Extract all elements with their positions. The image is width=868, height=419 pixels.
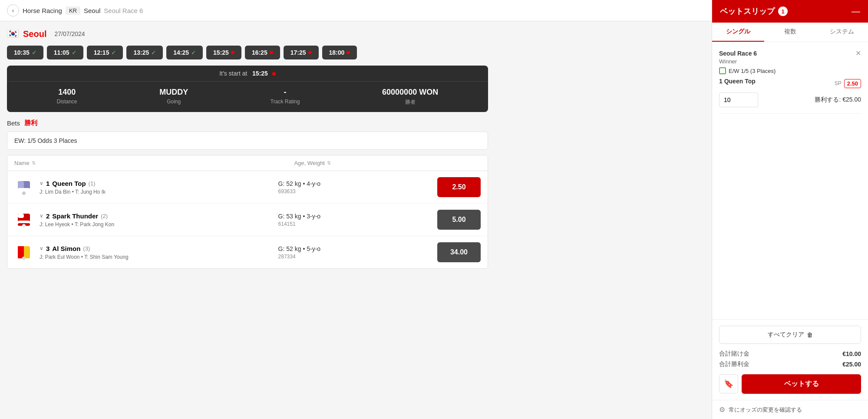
odds-confirm: ⚙ 常にオッズの変更を確認する	[712, 400, 868, 419]
race-time-1215[interactable]: 12:15 ✓	[87, 46, 123, 59]
expand-icon-1[interactable]: ∨	[40, 180, 43, 186]
betslip: ベットスリップ 1 — シングル 複数 システム Seoul Race 6 ✕ …	[712, 0, 868, 419]
silk-spark-thunder	[14, 210, 33, 229]
silk-queen-top	[14, 178, 33, 197]
betslip-actions: すべてクリア 🗑 合計賭け金 €10.00 合計勝利金 €25.00 🔖 ベット…	[712, 319, 868, 400]
trash-icon: 🗑	[807, 331, 813, 338]
stat-track-rating: - Track Rating	[271, 88, 300, 106]
race-time-1325[interactable]: 13:25 ✓	[126, 46, 163, 59]
total-win-label: 合計勝利金	[719, 360, 749, 368]
race-times: 10:35 ✓ 11:05 ✓ 12:15 ✓ 13:25 ✓ 14:25 ✓ …	[7, 46, 488, 59]
betslip-header: ベットスリップ 1 —	[712, 0, 868, 23]
runner-name-2: Spark Thunder	[52, 212, 98, 220]
bet-type: Winner	[719, 58, 861, 65]
total-stake-label: 合計賭け金	[719, 350, 749, 358]
table-row: ∨ 3 Al Simon (3) J: Park Eul Woon • T: S…	[7, 236, 488, 268]
runner-number-3: 3	[46, 245, 50, 252]
betslip-close-button[interactable]: —	[851, 7, 860, 16]
silk-al-simon	[14, 243, 33, 262]
place-bet-button[interactable]: ベットする	[742, 374, 861, 394]
stat-distance: 1400 Distance	[57, 88, 77, 106]
betslip-tabs: シングル 複数 システム	[712, 23, 868, 42]
expand-icon-2[interactable]: ∨	[40, 213, 43, 219]
venue-date: 27/07/2024	[54, 30, 85, 37]
race-banner: It's start at 15:25 1400 Distance MUDDY …	[7, 66, 488, 112]
bet-sp-value: 2.50	[844, 79, 861, 88]
ew-checkbox[interactable]	[719, 67, 726, 74]
age-sort-icon[interactable]: ⇅	[327, 160, 331, 166]
bet-sp-label: SP	[835, 80, 842, 86]
total-stake-amount: €10.00	[842, 350, 861, 357]
betslip-title-text: ベットスリップ	[720, 6, 775, 16]
race-time-1525[interactable]: 15:25	[206, 46, 241, 59]
bet-item: Seoul Race 6 ✕ Winner E/W 1/5 (3 Places)…	[719, 49, 861, 114]
race-time-1625[interactable]: 16:25	[245, 46, 280, 59]
breadcrumb-sport: Horse Racing	[23, 7, 62, 14]
svg-point-8	[22, 224, 26, 228]
svg-point-13	[22, 257, 26, 260]
ew-label: E/W 1/5 (3 Places)	[729, 68, 776, 74]
odds-button-3[interactable]: 34.00	[437, 242, 481, 262]
breadcrumb-country: KR	[66, 7, 80, 15]
race-start-time: 15:25	[252, 70, 268, 77]
runner-draw-3: (3)	[83, 245, 90, 252]
bets-type: 勝利	[24, 119, 37, 127]
bets-label: Bets	[7, 119, 20, 127]
stat-going: MUDDY Going	[159, 88, 188, 106]
bet-close-button[interactable]: ✕	[855, 49, 861, 57]
venue-flag: 🇰🇷	[7, 28, 19, 40]
runner-aw-2: G: 53 kg • 3-y-o 614151	[278, 213, 437, 227]
table-row: ∨ 2 Spark Thunder (2) J: Lee Hyeok • T: …	[7, 204, 488, 236]
race-time-1035[interactable]: 10:35 ✓	[7, 46, 43, 59]
name-sort-icon[interactable]: ⇅	[32, 160, 36, 166]
ew-info: EW: 1/5 Odds 3 Places	[7, 132, 488, 150]
tab-multiple[interactable]: 複数	[764, 23, 816, 42]
runner-aw-3: G: 52 kg • 5-y-o 287334	[278, 245, 437, 260]
bet-selection: 1 Queen Top	[719, 78, 756, 85]
col-age-label: Age, Weight	[294, 160, 325, 166]
runner-name-1: Queen Top	[52, 180, 86, 187]
tab-single[interactable]: シングル	[712, 23, 764, 42]
venue-name: Seoul	[23, 29, 46, 39]
clear-button[interactable]: すべてクリア 🗑	[719, 326, 861, 344]
tab-system[interactable]: システム	[816, 23, 868, 42]
col-name-label: Name	[14, 160, 30, 166]
race-time-1800[interactable]: 18:00	[322, 46, 357, 59]
back-button[interactable]: ‹	[7, 4, 19, 16]
svg-point-3	[22, 191, 26, 195]
race-time-1725[interactable]: 17:25	[284, 46, 319, 59]
runner-draw-2: (2)	[101, 213, 108, 219]
runner-jt-2: J: Lee Hyeok • T: Park Jong Kon	[40, 221, 278, 228]
total-win-amount: €25.00	[842, 361, 861, 368]
race-time-1105[interactable]: 11:05 ✓	[47, 46, 83, 59]
odds-button-2[interactable]: 5.00	[437, 210, 481, 230]
stat-prize: 60000000 WON 勝者	[382, 88, 438, 106]
odds-button-1[interactable]: 2.50	[437, 177, 481, 197]
breadcrumb-venue: Seoul	[84, 7, 100, 14]
runner-jt-1: J: Lim Da Bin • T: Jung Ho Ik	[40, 189, 278, 195]
betslip-badge: 1	[778, 7, 788, 16]
expand-icon-3[interactable]: ∨	[40, 245, 43, 251]
runner-aw-1: G: 52 kg • 4-y-o 693633	[278, 180, 437, 195]
stake-input[interactable]	[719, 92, 758, 107]
race-start-text: It's start at	[219, 70, 247, 77]
runner-number-1: 1	[46, 180, 50, 187]
runner-name-3: Al Simon	[52, 245, 80, 252]
bet-race-name: Seoul Race 6	[719, 50, 757, 57]
table-row: ∨ 1 Queen Top (1) J: Lim Da Bin • T: Jun…	[7, 171, 488, 204]
race-time-1425[interactable]: 14:25 ✓	[166, 46, 203, 59]
save-bet-button[interactable]: 🔖	[719, 374, 738, 393]
svg-rect-5	[18, 214, 24, 218]
runners-table: Name ⇅ Age, Weight ⇅	[7, 155, 488, 269]
runner-draw-1: (1)	[89, 180, 96, 187]
runner-jt-3: J: Park Eul Woon • T: Shin Sam Young	[40, 254, 278, 260]
breadcrumb-race: Seoul Race 6	[104, 7, 143, 14]
settings-icon: ⚙	[719, 406, 725, 414]
bet-win: 勝利する: €25.00	[815, 96, 861, 104]
runner-number-2: 2	[46, 212, 50, 220]
